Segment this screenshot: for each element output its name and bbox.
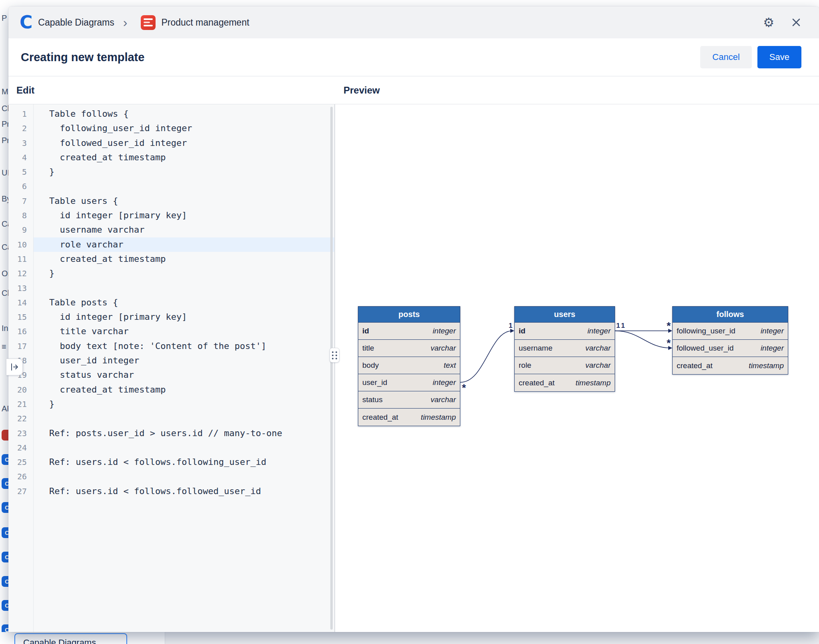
code-text: Table users { bbox=[33, 194, 334, 208]
code-line-14[interactable]: 14Table posts { bbox=[8, 295, 334, 310]
code-line-27[interactable]: 27Ref: users.id < follows.followed_user_… bbox=[8, 484, 334, 498]
code-line-8[interactable]: 8 id integer [primary key] bbox=[8, 208, 334, 223]
expand-arrow-icon bbox=[10, 363, 19, 371]
code-line-15[interactable]: 15 id integer [primary key] bbox=[8, 310, 334, 324]
diagram-preview[interactable]: postsidintegertitlevarcharbodytextuser_i… bbox=[335, 104, 819, 632]
field-follows-created_at: created_attimestamp bbox=[673, 357, 788, 374]
code-line-7[interactable]: 7Table users { bbox=[8, 194, 334, 208]
sidebar-item-fragment: Cl bbox=[2, 289, 8, 298]
editor-scrollbar[interactable] bbox=[330, 107, 333, 630]
settings-gear-icon[interactable]: ⚙ bbox=[763, 16, 774, 29]
sidebar-item-fragment: Cl bbox=[2, 104, 8, 113]
field-follows-followed_user_id: followed_user_idinteger bbox=[673, 340, 788, 357]
breadcrumb-app[interactable]: Capable Diagrams bbox=[38, 17, 114, 28]
code-text: created_at timestamp bbox=[33, 252, 334, 266]
code-line-19[interactable]: 19 status varchar bbox=[8, 368, 334, 382]
background-item-label: Capable Diagrams bbox=[23, 638, 96, 644]
save-button[interactable]: Save bbox=[757, 46, 801, 68]
line-number: 11 bbox=[8, 252, 33, 266]
code-line-18[interactable]: 18 user_id integer bbox=[8, 353, 334, 368]
code-text: Table follows { bbox=[33, 107, 334, 121]
code-line-21[interactable]: 21} bbox=[8, 397, 334, 411]
code-line-5[interactable]: 5} bbox=[8, 165, 334, 179]
line-number: 27 bbox=[8, 484, 33, 498]
line-number: 14 bbox=[8, 295, 33, 310]
diagram-canvas: postsidintegertitlevarcharbodytextuser_i… bbox=[335, 104, 819, 632]
table-posts[interactable]: postsidintegertitlevarcharbodytextuser_i… bbox=[358, 306, 460, 426]
sidebar-item-fragment: ≡ bbox=[2, 342, 6, 351]
sidebar-item-fragment: AF bbox=[2, 404, 8, 413]
code-text: created_at timestamp bbox=[33, 150, 334, 165]
edit-panel-label: Edit bbox=[8, 76, 335, 104]
code-text: } bbox=[33, 165, 334, 179]
table-follows[interactable]: followsfollowing_user_idintegerfollowed_… bbox=[672, 306, 788, 375]
expand-sidebar-button[interactable] bbox=[6, 359, 23, 375]
code-text: body text [note: 'Content of the post'] bbox=[33, 339, 334, 353]
line-number: 12 bbox=[8, 266, 33, 281]
line-number: 6 bbox=[8, 179, 33, 193]
sidebar-item-fragment: P bbox=[2, 14, 7, 23]
table-header-follows: follows bbox=[673, 307, 788, 323]
line-number: 5 bbox=[8, 165, 33, 179]
code-editor[interactable]: 1Table follows {2 following_user_id inte… bbox=[8, 104, 334, 632]
line-number: 2 bbox=[8, 121, 33, 136]
code-line-10[interactable]: 10 role varchar bbox=[8, 237, 334, 252]
sidebar-icon-fragment: C bbox=[2, 502, 8, 513]
code-line-9[interactable]: 9 username varchar bbox=[8, 223, 334, 237]
divider-drag-handle[interactable] bbox=[330, 348, 340, 363]
code-line-3[interactable]: 3 followed_user_id integer bbox=[8, 136, 334, 150]
field-users-role: rolevarchar bbox=[515, 357, 615, 374]
code-line-11[interactable]: 11 created_at timestamp bbox=[8, 252, 334, 266]
page-icon bbox=[141, 15, 156, 30]
field-posts-body: bodytext bbox=[358, 357, 460, 374]
line-number: 17 bbox=[8, 339, 33, 353]
line-number: 13 bbox=[8, 281, 33, 295]
background-page-bottom: Capable Diagrams bbox=[0, 632, 819, 644]
line-number: 20 bbox=[8, 383, 33, 397]
sidebar-icon-fragment: C bbox=[2, 527, 8, 538]
table-users[interactable]: usersidintegerusernamevarcharrolevarchar… bbox=[514, 306, 615, 392]
modal-titlebar: Creating new template Cancel Save bbox=[8, 38, 819, 76]
close-icon[interactable] bbox=[791, 17, 801, 28]
code-line-24[interactable]: 24 bbox=[8, 441, 334, 455]
code-text: Table posts { bbox=[33, 295, 334, 310]
sidebar-item-fragment: Pr bbox=[2, 120, 8, 129]
field-posts-status: statusvarchar bbox=[358, 391, 460, 409]
code-line-22[interactable]: 22 bbox=[8, 411, 334, 426]
code-line-6[interactable]: 6 bbox=[8, 179, 334, 193]
sidebar-icon-fragment: C bbox=[2, 600, 8, 611]
breadcrumb-page[interactable]: Product management bbox=[161, 17, 249, 28]
code-line-1[interactable]: 1Table follows { bbox=[8, 107, 334, 121]
background-sidebar: PMClPrPrUIByCaCaOrClIn≡AFCCCCCCCC bbox=[0, 0, 8, 644]
code-line-12[interactable]: 12} bbox=[8, 266, 334, 281]
code-line-2[interactable]: 2 following_user_id integer bbox=[8, 121, 334, 136]
sidebar-item-fragment: Ca bbox=[2, 243, 8, 252]
line-number: 3 bbox=[8, 136, 33, 150]
code-line-26[interactable]: 26 bbox=[8, 469, 334, 484]
code-line-13[interactable]: 13 bbox=[8, 281, 334, 295]
code-line-4[interactable]: 4 created_at timestamp bbox=[8, 150, 334, 165]
svg-text:1: 1 bbox=[616, 322, 620, 329]
background-selected-item: Capable Diagrams bbox=[14, 633, 127, 644]
code-text: username varchar bbox=[33, 223, 334, 237]
titlebar-buttons: Cancel Save bbox=[700, 46, 801, 68]
svg-text:*: * bbox=[667, 337, 671, 349]
svg-text:1: 1 bbox=[621, 322, 625, 329]
svg-text:*: * bbox=[462, 382, 466, 394]
sidebar-item-fragment: By bbox=[2, 194, 8, 203]
code-text bbox=[33, 441, 334, 455]
code-line-23[interactable]: 23Ref: posts.user_id > users.id // many-… bbox=[8, 426, 334, 441]
code-line-25[interactable]: 25Ref: users.id < follows.following_user… bbox=[8, 455, 334, 469]
code-line-17[interactable]: 17 body text [note: 'Content of the post… bbox=[8, 339, 334, 353]
sidebar-item-fragment: Pr bbox=[2, 136, 8, 145]
sidebar-item-fragment: M bbox=[2, 87, 8, 96]
code-line-20[interactable]: 20 created_at timestamp bbox=[8, 383, 334, 397]
line-number: 1 bbox=[8, 107, 33, 121]
code-text bbox=[33, 411, 334, 426]
line-number: 24 bbox=[8, 441, 33, 455]
code-line-16[interactable]: 16 title varchar bbox=[8, 324, 334, 339]
sidebar-icon-fragment: C bbox=[2, 576, 8, 587]
sidebar-item-fragment: Ca bbox=[2, 219, 8, 229]
cancel-button[interactable]: Cancel bbox=[700, 46, 751, 68]
code-text: created_at timestamp bbox=[33, 383, 334, 397]
